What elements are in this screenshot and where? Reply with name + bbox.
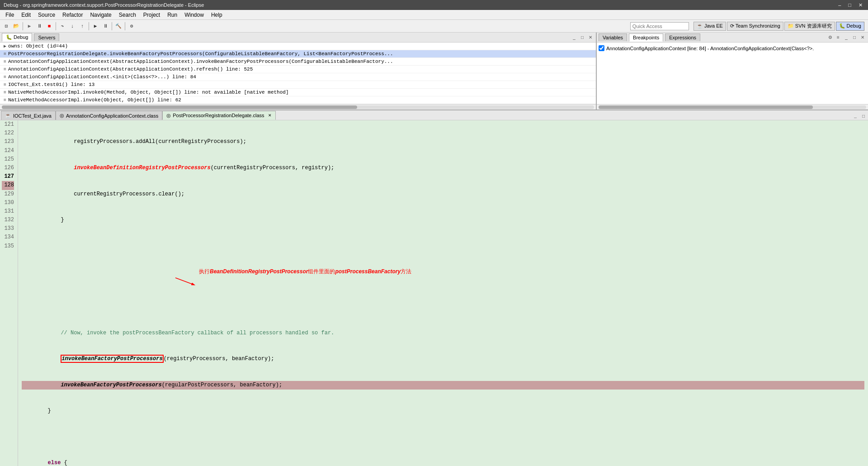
breakpoint-item-0[interactable]: AnnotationConfigApplicationContext [line… (599, 44, 866, 52)
stack-frame-1[interactable]: ≡ AnnotationConfigApplicationContext(Abs… (0, 58, 596, 66)
stack-text-1: AnnotationConfigApplicationContext(Abstr… (8, 59, 393, 64)
line-num-127: 127 (2, 172, 14, 181)
editor-tab-postprocessor-label: PostProcessorRegistrationDelegate.class (173, 113, 264, 118)
code-line-127: invokeBeanFactoryPostProcessors(registry… (22, 355, 864, 363)
perspective-svn[interactable]: 📁 SVN 资源库研究 (784, 22, 835, 31)
maximize-button[interactable]: □ (846, 2, 853, 8)
toolbar-sep-1 (23, 22, 23, 30)
editor-tab-ioctest[interactable]: ☕ IOCTest_Ext.java (1, 111, 56, 120)
line-num-134: 134 (2, 233, 14, 242)
stack-owns-text: owns: Object (id=44) (8, 43, 68, 49)
line-num-132: 132 (2, 216, 14, 224)
code-line-121: registryProcessors.addAll(currentRegistr… (22, 138, 864, 146)
bp-panel-maximize[interactable]: □ (851, 34, 858, 41)
perspective-debug[interactable]: 🐛 Debug (836, 22, 864, 31)
stack-frame-icon-3: ≡ (4, 75, 6, 80)
editor-minimize[interactable]: _ (852, 113, 859, 120)
line-num-121: 121 (2, 120, 14, 129)
line-num-125: 125 (2, 155, 14, 164)
bp-panel-close[interactable]: ✕ (859, 34, 866, 41)
line-num-135: 135 (2, 242, 14, 251)
stack-frame-icon-4: ≡ (4, 82, 6, 87)
toolbar-sep-2 (56, 22, 56, 30)
editor-tab-postprocessor[interactable]: ◎ PostProcessorRegistrationDelegate.clas… (162, 111, 275, 120)
stack-frame-icon-6: ≡ (4, 98, 6, 103)
stack-frame-3[interactable]: ≡ AnnotationConfigApplicationContext.<in… (0, 73, 596, 81)
menu-search[interactable]: Search (115, 11, 140, 19)
quick-access-input[interactable] (630, 22, 689, 30)
debug-scrollbar[interactable] (0, 104, 596, 109)
toolbar-new[interactable]: ⊡ (2, 22, 11, 31)
tab-expressions[interactable]: Expressions (665, 33, 700, 41)
tab-servers[interactable]: Servers (34, 33, 59, 41)
titlebar-controls: – □ ✕ (836, 2, 864, 8)
toolbar-build[interactable]: 🔨 (114, 22, 123, 31)
debug-panel-maximize[interactable]: □ (579, 34, 586, 41)
line-num-131: 131 (2, 207, 14, 216)
line-num-133: 133 (2, 224, 14, 233)
editor-maximize[interactable]: □ (860, 113, 867, 120)
menu-navigate[interactable]: Navigate (86, 11, 115, 19)
toolbar-stop[interactable]: ■ (45, 22, 54, 31)
stack-frame-4[interactable]: ≡ IOCTest_Ext.test01() line: 13 (0, 81, 596, 89)
code-line-124: } (22, 216, 864, 224)
breakpoint-checkbox-0[interactable] (599, 45, 604, 51)
breakpoints-content[interactable]: AnnotationConfigApplicationContext [line… (597, 43, 868, 104)
stack-frame-owns[interactable]: ▶ owns: Object (id=44) (0, 43, 596, 50)
stack-frame-5[interactable]: ≡ NativeMethodAccessorImpl.invoke0(Metho… (0, 89, 596, 96)
tab-breakpoints[interactable]: Breakpoints (629, 33, 663, 42)
minimize-button[interactable]: – (836, 2, 843, 8)
toolbar-suspend[interactable]: ⏸ (101, 22, 110, 31)
editor-content[interactable]: 121 122 123 124 125 126 127 128 129 130 … (0, 120, 868, 466)
bp-panel-minimize[interactable]: _ (843, 34, 850, 41)
stack-frame-icon-0: ≡ (4, 52, 6, 57)
debug-panel-minimize[interactable]: _ (571, 34, 578, 41)
toolbar-stepinto[interactable]: ↓ (68, 22, 77, 31)
top-panels: 🐛 Debug Servers _ □ ✕ ▶ owns: Object (id… (0, 33, 868, 110)
bp-panel-icon-1[interactable]: ⚙ (826, 34, 834, 41)
toolbar-stepover[interactable]: ↷ (58, 22, 67, 31)
toolbar-open[interactable]: 📂 (12, 22, 21, 31)
menubar: File Edit Source Refactor Navigate Searc… (0, 10, 868, 20)
menu-edit[interactable]: Edit (18, 11, 34, 19)
editor-tab-annotationconfig-icon: ◎ (60, 113, 64, 119)
toolbar-sep-3 (89, 22, 89, 30)
editor-tab-postprocessor-close[interactable]: ✕ (268, 113, 272, 118)
menu-project[interactable]: Project (140, 11, 164, 19)
toolbar-settings[interactable]: ⚙ (127, 22, 136, 31)
toolbar-debug[interactable]: ▶ (25, 22, 34, 31)
editor-tab-annotationconfig[interactable]: ◎ AnnotationConfigApplicationContext.cla… (56, 111, 162, 120)
menu-refactor[interactable]: Refactor (59, 11, 86, 19)
stack-frame-2[interactable]: ≡ AnnotationConfigApplicationContext(Abs… (0, 66, 596, 73)
perspective-team-sync[interactable]: ⟳ Team Synchronizing (727, 22, 783, 31)
perspective-javaee[interactable]: ☕ Java EE (693, 22, 726, 31)
code-line-126: // Now, invoke the postProcessBeanFactor… (22, 329, 864, 338)
code-line-125 (22, 242, 864, 251)
menu-help[interactable]: Help (208, 11, 226, 19)
toolbar-resume[interactable]: ▶ (91, 22, 100, 31)
line-num-126: 126 (2, 164, 14, 172)
debug-panel-close[interactable]: ✕ (587, 34, 594, 41)
stack-frame-0[interactable]: ≡ PostProcessorRegistrationDelegate.invo… (0, 50, 596, 58)
menu-window[interactable]: Window (181, 11, 208, 19)
debug-content[interactable]: ▶ owns: Object (id=44) ≡ PostProcessorRe… (0, 43, 596, 104)
bp-panel-icon-2[interactable]: ≡ (835, 34, 842, 41)
toolbar-stepreturn[interactable]: ↑ (78, 22, 87, 31)
menu-run[interactable]: Run (164, 11, 181, 19)
menu-file[interactable]: File (2, 11, 18, 19)
tab-variables[interactable]: Variables (599, 33, 627, 41)
panel-bp-icons: ⚙ ≡ _ □ ✕ (826, 34, 866, 41)
stack-text-4: IOCTest_Ext.test01() line: 13 (8, 82, 94, 87)
code-content[interactable]: registryProcessors.addAll(currentRegistr… (18, 120, 868, 466)
line-numbers: 121 122 123 124 125 126 127 128 129 130 … (0, 120, 18, 466)
panel-debug-icons: _ □ ✕ (571, 34, 594, 41)
tab-debug[interactable]: 🐛 Debug (2, 33, 32, 42)
close-button[interactable]: ✕ (857, 2, 864, 8)
toolbar-run[interactable]: ⏸ (35, 22, 44, 31)
code-line-annotation: 执行BeanDefinitionRegistryPostProcessor组件里… (22, 276, 864, 311)
line-num-124: 124 (2, 147, 14, 155)
debug-panel: 🐛 Debug Servers _ □ ✕ ▶ owns: Object (id… (0, 33, 597, 109)
menu-source[interactable]: Source (34, 11, 59, 19)
stack-frame-icon-1: ≡ (4, 59, 6, 64)
stack-frame-6[interactable]: ≡ NativeMethodAccessorImpl.invoke(Object… (0, 96, 596, 104)
